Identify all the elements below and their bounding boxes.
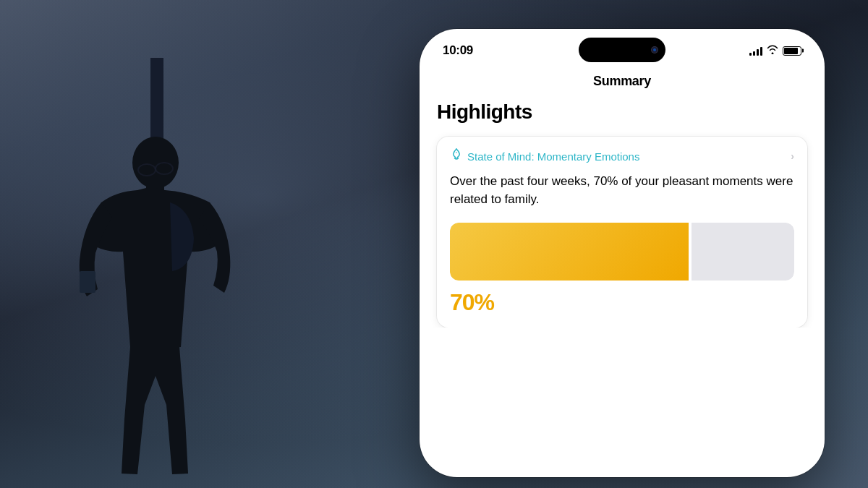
signal-strength-icon — [749, 46, 762, 56]
chevron-right-icon: › — [791, 150, 794, 162]
iphone-mockup: 10:09 — [420, 29, 825, 477]
silhouette-figure — [43, 58, 275, 477]
iphone-screen: 10:09 — [420, 29, 825, 477]
svg-point-1 — [132, 137, 179, 189]
status-bar: 10:09 — [420, 29, 825, 68]
main-content: Highlights State of Mind: Mom — [420, 100, 825, 328]
wifi-icon — [767, 45, 778, 56]
card-title-row: State of Mind: Momentary Emotions — [450, 148, 639, 164]
highlights-section-title: Highlights — [437, 100, 807, 124]
progress-bar — [450, 223, 794, 281]
svg-point-6 — [456, 152, 457, 153]
dynamic-island — [579, 38, 665, 62]
status-icons — [749, 45, 801, 56]
card-header: State of Mind: Momentary Emotions › — [450, 148, 794, 164]
status-time: 10:09 — [443, 43, 473, 58]
card-title: State of Mind: Momentary Emotions — [467, 150, 639, 163]
progress-bar-fill — [450, 223, 689, 281]
state-of-mind-icon — [450, 148, 463, 164]
progress-bar-remainder — [692, 223, 794, 281]
battery-level — [784, 48, 798, 54]
battery-icon — [783, 46, 801, 56]
card-description: Over the past four weeks, 70% of your pl… — [450, 173, 794, 208]
highlights-card[interactable]: State of Mind: Momentary Emotions › Over… — [437, 137, 807, 328]
svg-rect-5 — [80, 271, 95, 293]
page-title: Summary — [420, 68, 825, 100]
percentage-label: 70% — [450, 289, 794, 316]
front-camera — [651, 46, 658, 53]
